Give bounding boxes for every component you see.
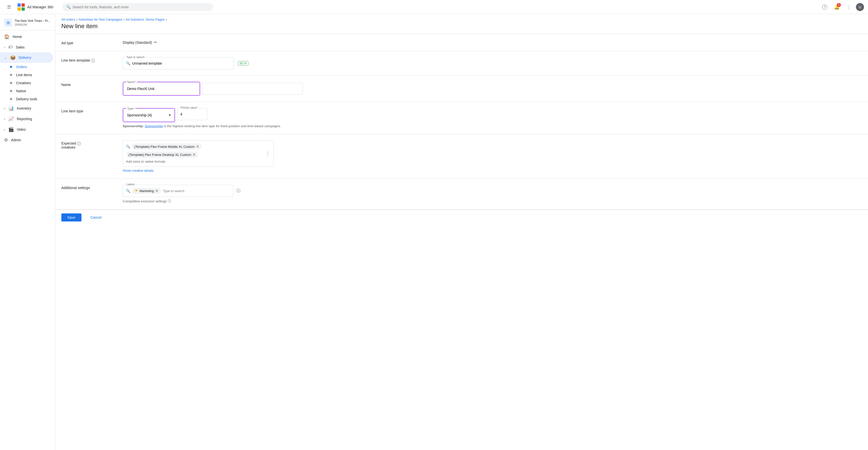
account-grid-icon: ⊞ xyxy=(6,20,10,25)
creative-tag-1-remove[interactable]: ✕ xyxy=(196,144,199,149)
sidebar-item-orders[interactable]: Orders xyxy=(0,63,55,71)
type-hint-link[interactable]: Sponsorship xyxy=(145,124,163,128)
sidebar-item-admin[interactable]: ⚙ Admin xyxy=(0,135,53,145)
sidebar-item-orders-label: Orders xyxy=(16,65,27,69)
app-title: Ad Manager 360 xyxy=(27,5,53,9)
search-bar: 🔍 xyxy=(62,3,213,11)
name-extension-input[interactable] xyxy=(202,83,303,95)
sidebar-account: ⊞ The New York Times - Pr... 29390238 xyxy=(0,16,55,29)
template-search-icon: 🔍 xyxy=(126,61,130,65)
sales-expand-icon: › xyxy=(4,45,5,49)
notifications-button[interactable]: 🔔 3 xyxy=(832,2,842,12)
account-name: The New York Times - Pr... xyxy=(14,19,50,23)
show-creative-details-link[interactable]: Show creative details xyxy=(123,169,154,172)
template-search-input[interactable] xyxy=(132,61,230,65)
priority-field: Priority value* xyxy=(177,108,207,120)
ad-type-section: Ad type Display (Standard) ✏ xyxy=(55,34,868,51)
priority-field-label: Priority value* xyxy=(180,106,199,109)
name-input[interactable] xyxy=(124,83,199,95)
breadcrumb-all-orders[interactable]: All orders xyxy=(61,18,75,21)
type-hint: Sponsorship: Sponsorship is the highest-… xyxy=(123,124,862,128)
labels-help-icon[interactable]: ⓘ xyxy=(236,188,240,194)
menu-icon-button[interactable]: ☰ xyxy=(4,2,14,12)
ad-type-text: Display (Standard) xyxy=(123,40,152,44)
sidebar-item-sales-label: Sales xyxy=(16,45,25,49)
delivery-icon: 📦 xyxy=(10,55,16,60)
sidebar-item-native-label: Native xyxy=(16,89,26,93)
type-select[interactable]: Sponsorship (4) Standard Network Bulk Pr… xyxy=(124,109,174,121)
logo: Ad Manager 360 xyxy=(17,3,53,11)
name-label: Name xyxy=(61,82,117,96)
sidebar-item-creatives[interactable]: Creatives xyxy=(0,79,55,87)
competitive-help-icon[interactable]: ⓘ xyxy=(168,199,171,203)
reporting-icon: 📈 xyxy=(8,116,14,122)
breadcrumb-ad-solutions[interactable]: Ad Solutions: Demo Pages xyxy=(125,18,164,21)
sidebar-item-home[interactable]: 🏠 Home xyxy=(0,31,53,42)
help-button[interactable]: ? xyxy=(820,2,830,12)
line-item-template-content: Type to search 🔍 BETA xyxy=(123,57,862,69)
sidebar-item-video[interactable]: › 🎬 Video xyxy=(0,124,53,135)
orders-dot xyxy=(10,66,12,68)
sidebar-item-delivery-tools[interactable]: Delivery tools xyxy=(0,95,55,103)
reporting-expand-icon: › xyxy=(4,117,5,121)
sidebar-item-delivery[interactable]: ⌄ 📦 Delivery xyxy=(0,52,53,63)
main-content: All orders › Advertiser for Test Campaig… xyxy=(55,14,868,450)
inventory-expand-icon: › xyxy=(4,106,5,110)
sidebar-item-admin-label: Admin xyxy=(11,138,21,142)
sales-icon: 🏷 xyxy=(8,44,13,50)
name-field-highlighted: Name* xyxy=(123,82,200,96)
help-icon: ? xyxy=(822,4,827,9)
labels-field-label: Labels xyxy=(125,183,135,186)
additional-settings-section: Additional settings Labels 🔍 ⚑ Marketing… xyxy=(55,179,868,210)
sidebar-item-delivery-label: Delivery xyxy=(19,56,31,60)
account-id: 29390238 xyxy=(14,23,50,26)
svg-rect-0 xyxy=(18,3,21,6)
sidebar-item-inventory-label: Inventory xyxy=(17,106,31,110)
name-section: Name Name* xyxy=(55,76,868,102)
breadcrumb: All orders › Advertiser for Test Campaig… xyxy=(55,14,868,22)
breadcrumb-sep-1: › xyxy=(76,17,78,22)
type-field-highlighted: Type* Sponsorship (4) Standard Network B… xyxy=(123,108,175,122)
creative-tag-2-text: (Template) Flex Frame Desktop XL Custom xyxy=(128,153,191,157)
admin-icon: ⚙ xyxy=(4,137,8,143)
name-content: Name* xyxy=(123,82,862,96)
sidebar-item-line-items[interactable]: Line items xyxy=(0,71,55,79)
cancel-button[interactable]: Cancel xyxy=(85,214,107,222)
native-dot xyxy=(10,90,12,92)
breadcrumb-advertiser[interactable]: Advertiser for Test Campaigns xyxy=(79,18,122,21)
creative-tag-1: (Template) Flex Frame Mobile XL Custom ✕ xyxy=(132,143,202,150)
creative-tag-2-remove[interactable]: ✕ xyxy=(193,153,196,157)
sidebar-item-native[interactable]: Native xyxy=(0,87,55,95)
template-help-icon[interactable]: ⓘ xyxy=(91,58,95,64)
label-tag-remove[interactable]: ✕ xyxy=(155,189,158,193)
search-icon: 🔍 xyxy=(66,5,71,9)
sidebar-item-reporting[interactable]: › 📈 Reporting xyxy=(0,114,53,124)
labels-search-input[interactable] xyxy=(163,189,230,193)
search-input[interactable] xyxy=(73,5,209,9)
ad-type-content: Display (Standard) ✏ xyxy=(123,40,862,45)
priority-input[interactable] xyxy=(177,108,207,120)
line-item-type-label: Line item type xyxy=(61,108,117,128)
user-avatar[interactable]: U xyxy=(856,3,864,11)
more-options-icon: ⋮ xyxy=(847,4,851,10)
creatives-add-text: Add sizes or native formats xyxy=(126,160,165,163)
expected-creatives-help-icon[interactable]: ⓘ xyxy=(77,141,81,147)
sidebar-item-sales[interactable]: › 🏷 Sales xyxy=(0,42,53,52)
edit-ad-type-icon[interactable]: ✏ xyxy=(154,40,157,45)
name-field-label: Name* xyxy=(126,81,137,84)
labels-row: Labels 🔍 ⚑ Marketing ✕ ⓘ xyxy=(123,185,862,197)
creatives-more-icon[interactable]: ⋮ xyxy=(265,151,270,157)
video-icon: 🎬 xyxy=(8,127,14,132)
save-button[interactable]: Save xyxy=(61,214,82,222)
sidebar-item-creatives-label: Creatives xyxy=(16,81,31,85)
type-select-wrapper: Type* Sponsorship (4) Standard Network B… xyxy=(124,109,174,121)
sidebar-item-line-items-label: Line items xyxy=(16,73,32,77)
name-field-wrapper: Name* xyxy=(124,83,199,95)
type-hint-text: is the highest-ranking line item type fo… xyxy=(164,124,281,128)
sidebar-item-delivery-tools-label: Delivery tools xyxy=(16,97,37,101)
creatives-dot xyxy=(10,82,12,84)
home-icon: 🏠 xyxy=(4,34,9,39)
sidebar-item-inventory[interactable]: › 📊 Inventory xyxy=(0,103,53,114)
search-box: 🔍 xyxy=(62,3,213,11)
more-options-button[interactable]: ⋮ xyxy=(844,2,854,12)
